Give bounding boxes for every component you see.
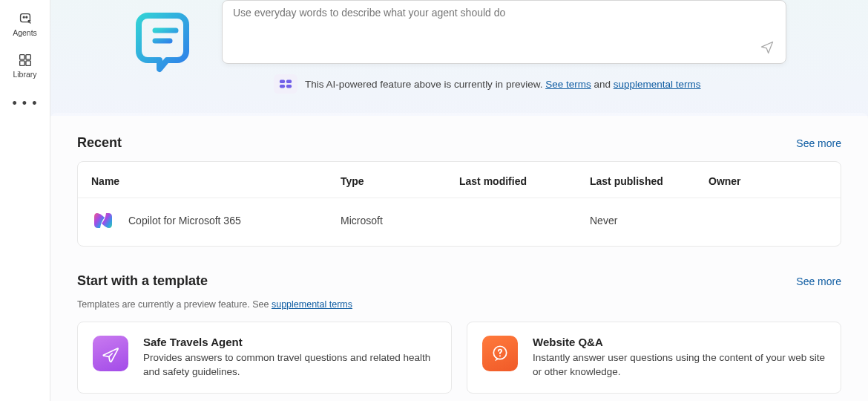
prompt-input[interactable] xyxy=(233,7,750,53)
row-type: Microsoft xyxy=(341,215,459,226)
left-sidebar: Agents Library • • • xyxy=(0,0,50,401)
library-icon xyxy=(17,52,33,68)
template-desc: Instantly answer user questions using th… xyxy=(533,351,826,379)
recent-title: Recent xyxy=(77,135,122,151)
templates-see-more[interactable]: See more xyxy=(796,276,841,287)
content-area: Recent See more Name Type Last modified … xyxy=(50,113,868,401)
col-head-owner: Owner xyxy=(708,175,827,187)
row-name: Copilot for Microsoft 365 xyxy=(128,215,241,226)
nav-item-agents[interactable]: Agents xyxy=(3,3,47,45)
preview-link-terms[interactable]: See terms xyxy=(545,79,591,90)
preview-notice: This AI-powered feature above is current… xyxy=(274,74,786,94)
template-card-website-qa[interactable]: Website Q&A Instantly answer user questi… xyxy=(467,322,841,394)
preview-text-between: and xyxy=(591,79,614,90)
col-head-name: Name xyxy=(91,175,341,187)
svg-point-12 xyxy=(499,355,501,356)
recent-header: Recent See more xyxy=(77,135,841,151)
svg-point-1 xyxy=(23,16,24,18)
col-head-type: Type xyxy=(341,175,459,187)
svg-rect-8 xyxy=(286,80,292,84)
template-title: Safe Travels Agent xyxy=(143,336,436,348)
copilot-studio-logo xyxy=(126,0,204,78)
svg-point-2 xyxy=(25,16,27,18)
main-area: This AI-powered feature above is current… xyxy=(50,0,868,401)
templates-section: Start with a template See more Templates… xyxy=(77,273,841,394)
template-title: Website Q&A xyxy=(533,336,826,348)
template-card-safe-travels[interactable]: Safe Travels Agent Provides answers to c… xyxy=(77,322,452,394)
send-icon xyxy=(760,40,775,55)
nav-label-agents: Agents xyxy=(13,28,37,37)
more-icon: • • • xyxy=(13,96,38,111)
preview-badge-icon xyxy=(274,74,297,94)
row-last-published: Never xyxy=(590,215,708,226)
templates-subtitle-prefix: Templates are currently a preview featur… xyxy=(77,299,272,310)
svg-rect-6 xyxy=(25,61,30,65)
preview-text-prefix: This AI-powered feature above is current… xyxy=(305,79,545,90)
svg-rect-3 xyxy=(19,55,24,59)
nav-item-library[interactable]: Library xyxy=(3,45,47,86)
copilot-icon xyxy=(91,209,115,232)
send-button[interactable] xyxy=(759,39,775,56)
hero-section: This AI-powered feature above is current… xyxy=(50,0,868,116)
svg-rect-7 xyxy=(280,80,285,84)
col-head-last-modified: Last modified xyxy=(459,175,590,187)
template-desc: Provides answers to common travel questi… xyxy=(143,351,436,379)
nav-more-icon[interactable]: • • • xyxy=(13,97,38,110)
preview-link-supplemental[interactable]: supplemental terms xyxy=(614,79,701,90)
airplane-icon xyxy=(93,336,128,371)
recent-table: Name Type Last modified Last published O… xyxy=(77,161,841,247)
recent-table-header: Name Type Last modified Last published O… xyxy=(78,165,841,198)
prompt-box xyxy=(222,0,786,64)
svg-rect-5 xyxy=(19,61,24,65)
svg-rect-10 xyxy=(286,85,292,88)
table-row[interactable]: Copilot for Microsoft 365 Microsoft Neve… xyxy=(78,198,841,243)
templates-title: Start with a template xyxy=(77,273,208,289)
chat-qa-icon xyxy=(482,336,518,371)
templates-subtitle-link[interactable]: supplemental terms xyxy=(272,299,352,310)
svg-rect-9 xyxy=(280,85,285,88)
svg-rect-4 xyxy=(25,55,30,59)
nav-label-library: Library xyxy=(13,70,36,79)
col-head-last-published: Last published xyxy=(590,175,708,187)
recent-see-more[interactable]: See more xyxy=(796,137,841,149)
agents-icon xyxy=(17,10,33,27)
